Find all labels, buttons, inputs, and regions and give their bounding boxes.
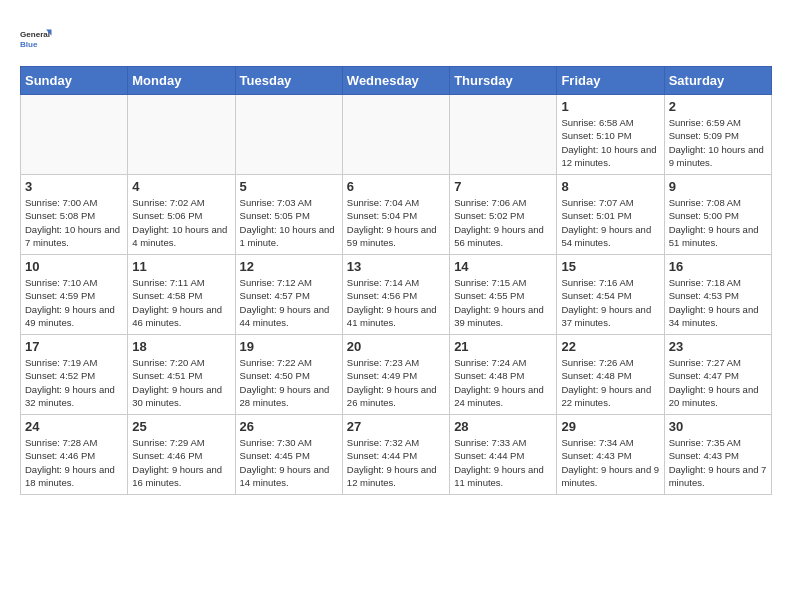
col-header-sunday: Sunday (21, 67, 128, 95)
calendar-cell: 13Sunrise: 7:14 AM Sunset: 4:56 PM Dayli… (342, 255, 449, 335)
day-info: Sunrise: 7:00 AM Sunset: 5:08 PM Dayligh… (25, 196, 123, 249)
day-number: 21 (454, 339, 552, 354)
day-number: 9 (669, 179, 767, 194)
logo-icon: GeneralBlue (20, 20, 56, 56)
day-info: Sunrise: 7:28 AM Sunset: 4:46 PM Dayligh… (25, 436, 123, 489)
day-number: 8 (561, 179, 659, 194)
calendar-cell: 8Sunrise: 7:07 AM Sunset: 5:01 PM Daylig… (557, 175, 664, 255)
day-info: Sunrise: 7:20 AM Sunset: 4:51 PM Dayligh… (132, 356, 230, 409)
day-number: 3 (25, 179, 123, 194)
calendar-cell: 7Sunrise: 7:06 AM Sunset: 5:02 PM Daylig… (450, 175, 557, 255)
day-number: 5 (240, 179, 338, 194)
calendar-cell: 26Sunrise: 7:30 AM Sunset: 4:45 PM Dayli… (235, 415, 342, 495)
calendar-cell: 21Sunrise: 7:24 AM Sunset: 4:48 PM Dayli… (450, 335, 557, 415)
day-number: 13 (347, 259, 445, 274)
calendar-cell: 29Sunrise: 7:34 AM Sunset: 4:43 PM Dayli… (557, 415, 664, 495)
calendar-cell: 22Sunrise: 7:26 AM Sunset: 4:48 PM Dayli… (557, 335, 664, 415)
day-number: 12 (240, 259, 338, 274)
svg-text:General: General (20, 30, 50, 39)
day-info: Sunrise: 6:59 AM Sunset: 5:09 PM Dayligh… (669, 116, 767, 169)
day-number: 2 (669, 99, 767, 114)
day-number: 16 (669, 259, 767, 274)
calendar-cell (128, 95, 235, 175)
day-info: Sunrise: 7:15 AM Sunset: 4:55 PM Dayligh… (454, 276, 552, 329)
calendar-cell: 11Sunrise: 7:11 AM Sunset: 4:58 PM Dayli… (128, 255, 235, 335)
calendar-cell: 19Sunrise: 7:22 AM Sunset: 4:50 PM Dayli… (235, 335, 342, 415)
day-number: 10 (25, 259, 123, 274)
day-info: Sunrise: 7:24 AM Sunset: 4:48 PM Dayligh… (454, 356, 552, 409)
calendar-cell: 1Sunrise: 6:58 AM Sunset: 5:10 PM Daylig… (557, 95, 664, 175)
calendar-cell: 9Sunrise: 7:08 AM Sunset: 5:00 PM Daylig… (664, 175, 771, 255)
day-number: 29 (561, 419, 659, 434)
calendar-cell: 30Sunrise: 7:35 AM Sunset: 4:43 PM Dayli… (664, 415, 771, 495)
calendar-cell: 5Sunrise: 7:03 AM Sunset: 5:05 PM Daylig… (235, 175, 342, 255)
calendar-cell: 23Sunrise: 7:27 AM Sunset: 4:47 PM Dayli… (664, 335, 771, 415)
calendar-cell: 20Sunrise: 7:23 AM Sunset: 4:49 PM Dayli… (342, 335, 449, 415)
day-info: Sunrise: 7:07 AM Sunset: 5:01 PM Dayligh… (561, 196, 659, 249)
day-info: Sunrise: 7:23 AM Sunset: 4:49 PM Dayligh… (347, 356, 445, 409)
day-info: Sunrise: 7:08 AM Sunset: 5:00 PM Dayligh… (669, 196, 767, 249)
col-header-monday: Monday (128, 67, 235, 95)
calendar-cell: 15Sunrise: 7:16 AM Sunset: 4:54 PM Dayli… (557, 255, 664, 335)
col-header-saturday: Saturday (664, 67, 771, 95)
day-number: 6 (347, 179, 445, 194)
day-info: Sunrise: 7:12 AM Sunset: 4:57 PM Dayligh… (240, 276, 338, 329)
calendar-cell: 2Sunrise: 6:59 AM Sunset: 5:09 PM Daylig… (664, 95, 771, 175)
calendar-header-row: SundayMondayTuesdayWednesdayThursdayFrid… (21, 67, 772, 95)
day-number: 18 (132, 339, 230, 354)
week-row-3: 10Sunrise: 7:10 AM Sunset: 4:59 PM Dayli… (21, 255, 772, 335)
day-number: 24 (25, 419, 123, 434)
day-info: Sunrise: 7:03 AM Sunset: 5:05 PM Dayligh… (240, 196, 338, 249)
day-number: 19 (240, 339, 338, 354)
col-header-thursday: Thursday (450, 67, 557, 95)
week-row-2: 3Sunrise: 7:00 AM Sunset: 5:08 PM Daylig… (21, 175, 772, 255)
day-number: 11 (132, 259, 230, 274)
week-row-1: 1Sunrise: 6:58 AM Sunset: 5:10 PM Daylig… (21, 95, 772, 175)
day-info: Sunrise: 7:10 AM Sunset: 4:59 PM Dayligh… (25, 276, 123, 329)
week-row-4: 17Sunrise: 7:19 AM Sunset: 4:52 PM Dayli… (21, 335, 772, 415)
svg-text:Blue: Blue (20, 40, 38, 49)
day-info: Sunrise: 7:27 AM Sunset: 4:47 PM Dayligh… (669, 356, 767, 409)
week-row-5: 24Sunrise: 7:28 AM Sunset: 4:46 PM Dayli… (21, 415, 772, 495)
calendar-cell (342, 95, 449, 175)
calendar-cell (235, 95, 342, 175)
day-info: Sunrise: 6:58 AM Sunset: 5:10 PM Dayligh… (561, 116, 659, 169)
day-info: Sunrise: 7:30 AM Sunset: 4:45 PM Dayligh… (240, 436, 338, 489)
calendar-cell: 27Sunrise: 7:32 AM Sunset: 4:44 PM Dayli… (342, 415, 449, 495)
calendar-cell (21, 95, 128, 175)
calendar-cell: 17Sunrise: 7:19 AM Sunset: 4:52 PM Dayli… (21, 335, 128, 415)
day-number: 14 (454, 259, 552, 274)
page-header: GeneralBlue (20, 20, 772, 56)
calendar-cell: 10Sunrise: 7:10 AM Sunset: 4:59 PM Dayli… (21, 255, 128, 335)
day-info: Sunrise: 7:26 AM Sunset: 4:48 PM Dayligh… (561, 356, 659, 409)
day-info: Sunrise: 7:18 AM Sunset: 4:53 PM Dayligh… (669, 276, 767, 329)
calendar-cell: 3Sunrise: 7:00 AM Sunset: 5:08 PM Daylig… (21, 175, 128, 255)
day-info: Sunrise: 7:06 AM Sunset: 5:02 PM Dayligh… (454, 196, 552, 249)
day-info: Sunrise: 7:34 AM Sunset: 4:43 PM Dayligh… (561, 436, 659, 489)
day-number: 27 (347, 419, 445, 434)
calendar-cell: 4Sunrise: 7:02 AM Sunset: 5:06 PM Daylig… (128, 175, 235, 255)
day-number: 23 (669, 339, 767, 354)
day-number: 1 (561, 99, 659, 114)
day-info: Sunrise: 7:33 AM Sunset: 4:44 PM Dayligh… (454, 436, 552, 489)
day-number: 22 (561, 339, 659, 354)
day-info: Sunrise: 7:22 AM Sunset: 4:50 PM Dayligh… (240, 356, 338, 409)
day-info: Sunrise: 7:02 AM Sunset: 5:06 PM Dayligh… (132, 196, 230, 249)
calendar-cell: 12Sunrise: 7:12 AM Sunset: 4:57 PM Dayli… (235, 255, 342, 335)
col-header-friday: Friday (557, 67, 664, 95)
calendar-table: SundayMondayTuesdayWednesdayThursdayFrid… (20, 66, 772, 495)
day-info: Sunrise: 7:04 AM Sunset: 5:04 PM Dayligh… (347, 196, 445, 249)
day-info: Sunrise: 7:35 AM Sunset: 4:43 PM Dayligh… (669, 436, 767, 489)
calendar-cell: 18Sunrise: 7:20 AM Sunset: 4:51 PM Dayli… (128, 335, 235, 415)
calendar-cell (450, 95, 557, 175)
day-info: Sunrise: 7:29 AM Sunset: 4:46 PM Dayligh… (132, 436, 230, 489)
day-info: Sunrise: 7:32 AM Sunset: 4:44 PM Dayligh… (347, 436, 445, 489)
calendar-cell: 16Sunrise: 7:18 AM Sunset: 4:53 PM Dayli… (664, 255, 771, 335)
day-info: Sunrise: 7:14 AM Sunset: 4:56 PM Dayligh… (347, 276, 445, 329)
col-header-tuesday: Tuesday (235, 67, 342, 95)
day-info: Sunrise: 7:16 AM Sunset: 4:54 PM Dayligh… (561, 276, 659, 329)
day-number: 17 (25, 339, 123, 354)
calendar-cell: 6Sunrise: 7:04 AM Sunset: 5:04 PM Daylig… (342, 175, 449, 255)
day-number: 25 (132, 419, 230, 434)
calendar-cell: 14Sunrise: 7:15 AM Sunset: 4:55 PM Dayli… (450, 255, 557, 335)
